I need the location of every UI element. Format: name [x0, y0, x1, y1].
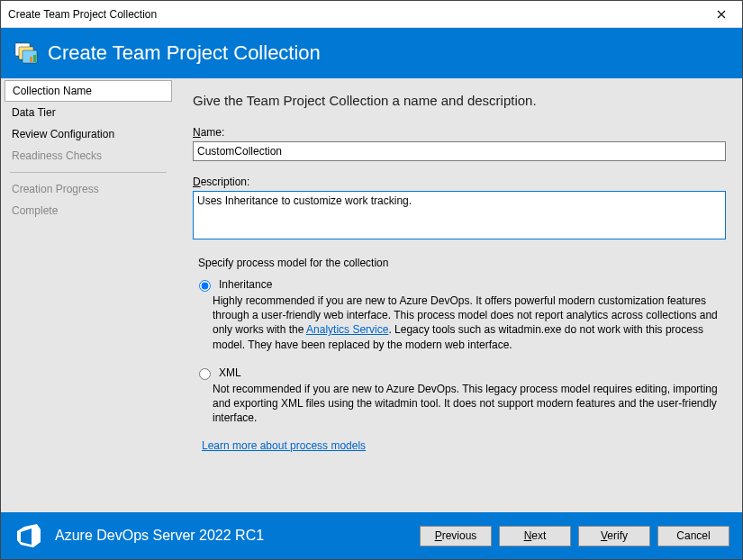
- banner-title: Create Team Project Collection: [48, 41, 321, 65]
- previous-button[interactable]: Previous: [420, 526, 492, 546]
- radio-xml-row[interactable]: XML: [195, 366, 724, 380]
- footer-brand: Azure DevOps Server 2022 RC1: [55, 528, 264, 544]
- name-label: Name:: [193, 126, 224, 139]
- main-panel: Give the Team Project Collection a name …: [177, 78, 742, 512]
- wizard-window: Create Team Project Collection Create Te…: [0, 0, 743, 560]
- description-input[interactable]: Uses Inheritance to customize work track…: [193, 191, 726, 239]
- azure-devops-logo-icon: [14, 520, 44, 551]
- analytics-service-link[interactable]: Analytics Service: [306, 323, 388, 336]
- sidebar-item-creation-progress: Creation Progress: [1, 178, 176, 200]
- radio-xml[interactable]: [199, 368, 211, 380]
- sidebar-item-collection-name[interactable]: Collection Name: [5, 80, 172, 102]
- close-button[interactable]: [701, 1, 742, 28]
- radio-inheritance-row[interactable]: Inheritance: [195, 278, 724, 292]
- footer-left: Azure DevOps Server 2022 RC1: [14, 520, 264, 551]
- process-model-section-label: Specify process model for the collection: [198, 257, 724, 269]
- titlebar: Create Team Project Collection: [1, 1, 742, 28]
- content-area: Collection Name Data Tier Review Configu…: [1, 78, 742, 512]
- footer: Azure DevOps Server 2022 RC1 Previous Ne…: [1, 512, 742, 559]
- learn-more-link[interactable]: Learn more about process models: [202, 439, 366, 452]
- banner: Create Team Project Collection: [1, 28, 742, 78]
- page-heading: Give the Team Project Collection a name …: [193, 93, 724, 108]
- svg-rect-4: [33, 55, 36, 62]
- radio-inheritance-desc: Highly recommended if you are new to Azu…: [213, 294, 724, 352]
- name-input[interactable]: [193, 141, 726, 161]
- description-label: Description:: [193, 176, 249, 188]
- sidebar-item-complete: Complete: [1, 200, 176, 221]
- footer-buttons: Previous Next Verify Cancel: [420, 526, 729, 546]
- next-button[interactable]: Next: [499, 526, 571, 546]
- sidebar-separator: [10, 172, 167, 173]
- sidebar: Collection Name Data Tier Review Configu…: [1, 78, 177, 512]
- radio-inheritance-label: Inheritance: [219, 278, 272, 291]
- sidebar-item-data-tier[interactable]: Data Tier: [1, 102, 176, 123]
- radio-inheritance[interactable]: [199, 280, 211, 292]
- radio-xml-label: XML: [219, 366, 241, 379]
- learn-more-row: Learn more about process models: [202, 439, 724, 452]
- name-field-block: Name:: [193, 126, 724, 161]
- sidebar-item-readiness-checks: Readiness Checks: [1, 145, 176, 167]
- verify-button[interactable]: Verify: [578, 526, 650, 546]
- description-field-block: Description: Uses Inheritance to customi…: [193, 176, 724, 242]
- collection-icon: [14, 41, 39, 66]
- radio-xml-desc: Not recommended if you are new to Azure …: [213, 382, 724, 426]
- window-title: Create Team Project Collection: [8, 8, 157, 21]
- sidebar-item-review-configuration[interactable]: Review Configuration: [1, 123, 176, 145]
- close-icon: [717, 10, 726, 19]
- svg-rect-3: [30, 57, 32, 62]
- cancel-button[interactable]: Cancel: [657, 526, 729, 546]
